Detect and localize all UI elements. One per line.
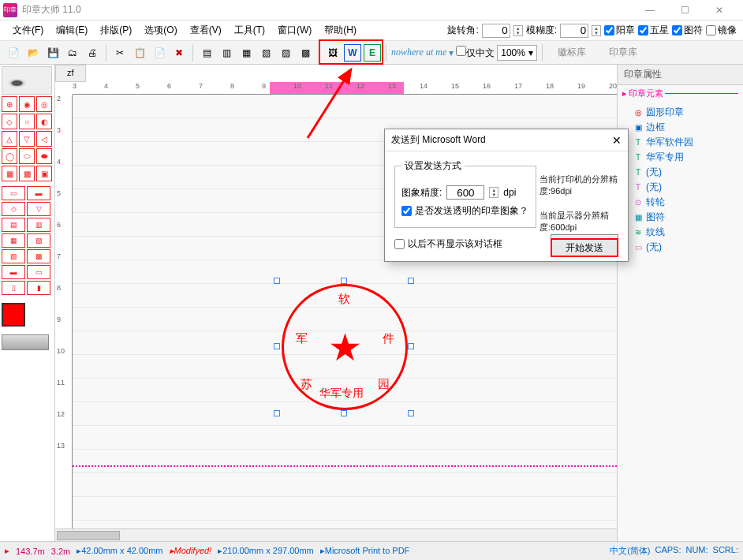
tb-delete[interactable]: ✖ bbox=[170, 44, 188, 62]
shape-tool[interactable]: ◇ bbox=[2, 114, 17, 129]
shape-tool[interactable]: ○ bbox=[19, 114, 35, 129]
stamp-object[interactable]: ★ 软 军 件 苏 园 华军专用 bbox=[282, 284, 408, 410]
sel-handle[interactable] bbox=[408, 410, 414, 416]
rotation-spinner[interactable]: ▲▼ bbox=[513, 25, 523, 36]
bottom-tool[interactable] bbox=[2, 334, 49, 350]
cb-transparent[interactable]: 是否发送透明的印章图象？ bbox=[401, 204, 529, 218]
rect-tool[interactable]: ▯ bbox=[2, 281, 25, 295]
tb-open[interactable]: 📂 bbox=[24, 44, 42, 62]
dialog-close-button[interactable]: ✕ bbox=[612, 134, 622, 147]
cb-pattern[interactable]: 图符 bbox=[672, 24, 703, 37]
rect-tool[interactable]: ▽ bbox=[27, 202, 50, 216]
rect-tool[interactable]: ▧ bbox=[27, 233, 50, 248]
tab-stamp-lib[interactable]: 印章库 bbox=[599, 43, 648, 62]
minimize-button[interactable]: — bbox=[636, 1, 664, 20]
sel-handle[interactable] bbox=[408, 343, 414, 349]
sel-handle[interactable] bbox=[274, 343, 280, 349]
tb-send-image[interactable]: 🖼 bbox=[324, 44, 342, 62]
sel-handle[interactable] bbox=[408, 278, 414, 284]
tree-node[interactable]: ▦图符 bbox=[622, 210, 738, 225]
sel-handle[interactable] bbox=[341, 278, 347, 284]
shape-tool[interactable]: ◎ bbox=[36, 96, 52, 112]
shape-tool[interactable]: ◯ bbox=[2, 148, 17, 164]
menu-edit[interactable]: 编辑(E) bbox=[50, 21, 94, 40]
tab-badge-lib[interactable]: 徽标库 bbox=[547, 43, 596, 62]
sel-handle[interactable] bbox=[274, 278, 280, 284]
dpi-input[interactable] bbox=[446, 185, 484, 200]
menu-view[interactable]: 查看(V) bbox=[184, 21, 228, 40]
sel-handle[interactable] bbox=[274, 410, 280, 416]
shape-tool[interactable]: ▩ bbox=[19, 166, 35, 181]
shape-tool[interactable]: ⬬ bbox=[36, 148, 52, 164]
rect-tool[interactable]: ▨ bbox=[2, 249, 25, 263]
tb-a5[interactable]: ▨ bbox=[277, 44, 294, 62]
close-button[interactable]: ✕ bbox=[705, 1, 734, 20]
cb-sun[interactable]: 阳章 bbox=[604, 24, 635, 37]
shape-tool[interactable]: △ bbox=[2, 131, 17, 147]
tb-send-excel[interactable]: E bbox=[364, 44, 381, 62]
shape-tool[interactable]: ▦ bbox=[2, 166, 17, 181]
tree-node[interactable]: ◎圆形印章 bbox=[622, 105, 738, 120]
menu-options[interactable]: 选项(O) bbox=[138, 21, 183, 40]
shape-tool[interactable]: ◉ bbox=[19, 96, 35, 112]
menu-file[interactable]: 文件(F) bbox=[6, 21, 50, 40]
tb-send-word[interactable]: W bbox=[344, 44, 361, 62]
tree-node[interactable]: ▭(无) bbox=[622, 240, 738, 255]
tb-new[interactable]: 📄 bbox=[5, 44, 22, 62]
blur-spinner[interactable]: ▲▼ bbox=[592, 25, 601, 36]
rotation-input[interactable] bbox=[482, 24, 510, 38]
tree-node[interactable]: ≋纹线 bbox=[622, 225, 738, 240]
rect-tool[interactable]: ▭ bbox=[2, 186, 25, 200]
document-tab[interactable]: zf bbox=[55, 65, 86, 82]
rect-tool[interactable]: ▦ bbox=[2, 233, 25, 248]
rect-tool[interactable]: ▬ bbox=[27, 186, 50, 200]
menu-tools[interactable]: 工具(T) bbox=[228, 21, 271, 40]
tree-node[interactable]: ▣边框 bbox=[622, 120, 738, 135]
rect-tool[interactable]: ▮ bbox=[27, 281, 50, 295]
dialog-titlebar[interactable]: 发送到 Microsoft Word ✕ bbox=[385, 129, 628, 151]
tb-paste[interactable]: 📄 bbox=[151, 44, 168, 62]
tb-a2[interactable]: ▥ bbox=[218, 44, 235, 62]
tb-save[interactable]: 💾 bbox=[44, 44, 62, 62]
shape-tool[interactable]: ◁ bbox=[36, 131, 52, 147]
shape-tool[interactable]: ◐ bbox=[36, 114, 52, 129]
tb-cut[interactable]: ✂ bbox=[111, 44, 129, 62]
rect-tool[interactable]: ▩ bbox=[27, 249, 50, 263]
menu-layout[interactable]: 排版(P) bbox=[94, 21, 138, 40]
shape-tool[interactable]: ▣ bbox=[36, 166, 52, 181]
cb-star[interactable]: 五星 bbox=[638, 24, 669, 37]
maximize-button[interactable]: ☐ bbox=[670, 1, 699, 20]
tb-print[interactable]: 🖨 bbox=[84, 44, 101, 62]
start-send-button[interactable]: 开始发送 bbox=[551, 238, 618, 257]
current-color[interactable] bbox=[2, 303, 25, 327]
sel-handle[interactable] bbox=[341, 410, 347, 416]
tree-node[interactable]: T华军软件园 bbox=[622, 135, 738, 150]
tb-saveas[interactable]: 🗂 bbox=[64, 44, 81, 62]
tree-node[interactable]: T华军专用 bbox=[622, 150, 738, 165]
dpi-spinner[interactable]: ▲▼ bbox=[489, 187, 498, 198]
rect-tool[interactable]: ▬ bbox=[2, 265, 25, 279]
rect-tool[interactable]: ▤ bbox=[2, 218, 25, 232]
tb-a1[interactable]: ▤ bbox=[198, 44, 215, 62]
tb-a3[interactable]: ▦ bbox=[237, 44, 255, 62]
shape-tool[interactable]: ⬭ bbox=[19, 148, 35, 164]
shape-tool[interactable]: ▽ bbox=[19, 131, 35, 147]
tree-node[interactable]: T(无) bbox=[622, 180, 738, 195]
menu-window[interactable]: 窗口(W) bbox=[271, 21, 318, 40]
menu-help[interactable]: 帮助(H) bbox=[318, 21, 363, 40]
blur-input[interactable] bbox=[560, 24, 588, 38]
rect-tool[interactable]: ▥ bbox=[27, 218, 50, 232]
tb-a4[interactable]: ▧ bbox=[257, 44, 274, 62]
tree-node[interactable]: ⊙转轮 bbox=[622, 195, 738, 210]
tb-copy[interactable]: 📋 bbox=[131, 44, 148, 62]
cb-mirror[interactable]: 镜像 bbox=[706, 24, 737, 37]
cb-cn-only[interactable]: 仅中文 bbox=[456, 46, 495, 60]
rect-tool[interactable]: ▭ bbox=[27, 265, 50, 279]
rect-tool[interactable]: ◇ bbox=[2, 202, 25, 216]
horizontal-scrollbar[interactable] bbox=[55, 528, 617, 541]
tb-a6[interactable]: ▩ bbox=[297, 44, 314, 62]
cb-noshow[interactable]: 以后不再显示该对话框 bbox=[394, 237, 502, 251]
zoom-select[interactable]: 100%▾ bbox=[497, 45, 537, 61]
tree-node[interactable]: T(无) bbox=[622, 165, 738, 180]
shape-tool[interactable]: ⊕ bbox=[2, 96, 17, 112]
